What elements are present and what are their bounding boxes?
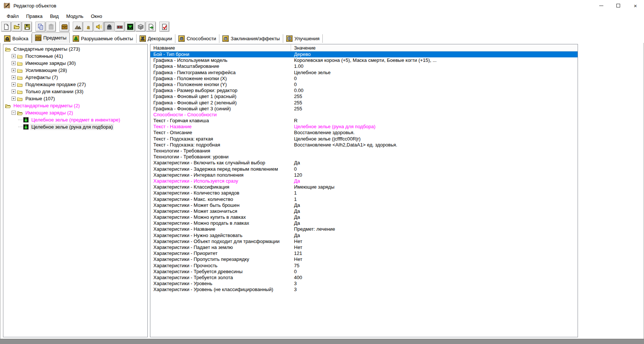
column-header-name[interactable]: Название	[150, 44, 291, 51]
property-row[interactable]: Характеристики - Прочность75	[150, 263, 578, 269]
property-row[interactable]: Характеристики - Пропустить перезарядкуН…	[150, 256, 578, 262]
property-row[interactable]: Графика - Фоновый цвет 3 (синий)255	[150, 106, 578, 112]
property-row[interactable]: Характеристики - Задержка перед первым п…	[150, 166, 578, 172]
tree-item[interactable]: +Разные (107)	[3, 95, 147, 102]
property-row[interactable]: Графика - Масштабирование1.00	[150, 63, 578, 69]
property-row[interactable]: Характеристики - Может быть брошенДа	[150, 202, 578, 208]
property-row[interactable]: Графика - Фоновый цвет 1 (красный)255	[150, 94, 578, 100]
property-row[interactable]: Текст - Подсказка: краткаяЦелебное зелье…	[150, 136, 578, 142]
object-editor-button[interactable]	[104, 22, 114, 32]
property-row[interactable]: Бой - Тип брониДерево	[150, 51, 578, 57]
property-row[interactable]: Графика - Размер выборки: редактор0.00	[150, 88, 578, 94]
property-row[interactable]: Текст - ОписаниеВосстановление здоровья.	[150, 130, 578, 136]
copy-button[interactable]	[35, 22, 46, 32]
chest-button[interactable]	[59, 22, 69, 32]
expand-icon[interactable]: +	[12, 61, 16, 65]
new-document-button[interactable]	[1, 22, 11, 32]
property-row[interactable]: Технологии - Требования: уровни	[150, 154, 578, 160]
test-map-button[interactable]	[159, 22, 169, 32]
tab-1-active[interactable]: Предметы	[32, 32, 70, 43]
property-row[interactable]: Характеристики - Требуется золота400	[150, 275, 578, 281]
tree-item[interactable]: +Имеющие заряды (30)	[3, 60, 147, 67]
tab-label: Способности	[187, 36, 216, 41]
tree-item[interactable]: Стандартные предметы (273)	[3, 45, 147, 53]
property-value: 0	[291, 82, 578, 88]
property-row[interactable]: Текст - Горячая клавишаR	[150, 118, 578, 124]
tree-item-label: Нестандартные предметы (2)	[12, 102, 81, 109]
close-button[interactable]: ×	[627, 0, 644, 11]
property-value: 0	[291, 269, 578, 275]
property-row[interactable]: Характеристики - Приоритет121	[150, 250, 578, 256]
menu-window[interactable]: Окно	[87, 11, 106, 21]
tree-item[interactable]: +Усиливающие (28)	[3, 67, 147, 74]
tab-4[interactable]: Способности	[175, 34, 219, 43]
tree-item[interactable]: +Подлежащие продаже (27)	[3, 81, 147, 88]
property-row[interactable]: Текст - Подсказка: подробнаяВосстановлен…	[150, 142, 578, 148]
tree-item[interactable]: +Только для кампании (33)	[3, 88, 147, 95]
minimize-button[interactable]	[593, 0, 610, 11]
tree-item[interactable]: +Артефакты (7)	[3, 74, 147, 81]
property-row[interactable]: Графика - Используемая модельКоролевская…	[150, 57, 578, 63]
property-row[interactable]: Характеристики - Требуется древесины0	[150, 269, 578, 275]
tab-label: Улучшения	[294, 36, 319, 41]
property-row[interactable]: Характеристики - Уровень3	[150, 281, 578, 287]
tab-3[interactable]: Декорации	[137, 34, 176, 43]
property-row[interactable]: Способности - Способности	[150, 112, 578, 118]
save-button[interactable]	[22, 22, 32, 32]
tree-item[interactable]: −Имеющие заряды (2)	[3, 109, 147, 116]
property-name: Характеристики - Требуется древесины	[150, 269, 291, 275]
column-header-value[interactable]: Значение	[291, 44, 578, 51]
collapse-icon[interactable]: −	[12, 111, 16, 115]
property-row[interactable]: Характеристики - Может закончитьсяДа	[150, 208, 578, 214]
tab-5[interactable]: Заклинания/эффекты	[219, 34, 283, 43]
property-row[interactable]: Текст - НазваниеЦелебное зелье (руна для…	[150, 124, 578, 130]
expand-icon[interactable]: +	[12, 97, 16, 101]
tree-item[interactable]: +Постоянные (41)	[3, 53, 147, 60]
campaign-editor-button[interactable]	[115, 22, 125, 32]
terrain-editor-button[interactable]	[73, 22, 83, 32]
property-row[interactable]: Графика - Пиктограмма интерфейсаЦелебное…	[150, 70, 578, 76]
expand-icon[interactable]: +	[12, 54, 16, 58]
property-name: Характеристики - Количество зарядов	[150, 190, 291, 196]
property-row[interactable]: Характеристики - Можно купить в лавкахДа	[150, 214, 578, 220]
menu-file[interactable]: Файл	[3, 11, 22, 21]
expand-icon[interactable]: +	[12, 68, 16, 72]
ai-editor-button[interactable]	[125, 22, 135, 32]
property-row[interactable]: Характеристики - Макс. количество1	[150, 196, 578, 202]
menu-edit[interactable]: Правка	[22, 11, 46, 21]
paste-button[interactable]	[46, 22, 56, 32]
maximize-button[interactable]	[610, 0, 627, 11]
object-manager-button[interactable]	[135, 22, 146, 32]
tab-2[interactable]: Разрушаемые объекты	[70, 34, 137, 43]
tree-item[interactable]: Целебное зелье (руна для подбора)	[3, 123, 147, 130]
property-row[interactable]: Характеристики - Можно продать в лавкахД…	[150, 220, 578, 226]
tab-0[interactable]: Войска	[1, 34, 32, 43]
property-row[interactable]: Графика - Фоновый цвет 2 (зеленый)255	[150, 100, 578, 106]
property-row[interactable]: Характеристики - Нужно задействоватьДа	[150, 233, 578, 239]
expand-icon[interactable]: +	[12, 75, 16, 79]
sound-editor-button[interactable]	[94, 22, 104, 32]
property-row[interactable]: Характеристики - Уровень (не классифицир…	[150, 287, 578, 293]
property-row[interactable]: Характеристики - Падает на землюНет	[150, 244, 578, 250]
property-row[interactable]: Характеристики - КлассификацияИмеющие за…	[150, 184, 578, 190]
import-manager-button[interactable]	[146, 22, 156, 32]
open-button[interactable]	[12, 22, 22, 32]
menu-view[interactable]: Вид	[46, 11, 63, 21]
property-row[interactable]: Графика - Положение кнопки (X)0	[150, 76, 578, 82]
tree-item[interactable]: Нестандартные предметы (2)	[3, 102, 147, 109]
property-row[interactable]: Характеристики - Объект подходит для тра…	[150, 239, 578, 244]
property-row[interactable]: Характеристики - Количество зарядов1	[150, 190, 578, 196]
expand-icon[interactable]: +	[12, 82, 16, 86]
property-row[interactable]: Характеристики - Включить как случайный …	[150, 160, 578, 166]
tab-6[interactable]: Улучшения	[283, 34, 323, 43]
trigger-editor-button[interactable]: a	[83, 22, 93, 32]
expand-icon[interactable]: +	[12, 89, 16, 94]
property-row[interactable]: Характеристики - НазваниеПредмет: лечени…	[150, 226, 578, 232]
property-row[interactable]: Технологии - Требования	[150, 148, 578, 154]
property-name: Характеристики - Можно продать в лавках	[150, 220, 291, 226]
tree-item[interactable]: Целебное зелье (предмет в инвентаре)	[3, 116, 147, 123]
property-row[interactable]: Характеристики - Используется сразуДа	[150, 178, 578, 184]
menu-module[interactable]: Модуль	[62, 11, 87, 21]
property-row[interactable]: Графика - Положение кнопки (Y)0	[150, 82, 578, 88]
property-row[interactable]: Характеристики - Интервал пополнения120	[150, 172, 578, 178]
